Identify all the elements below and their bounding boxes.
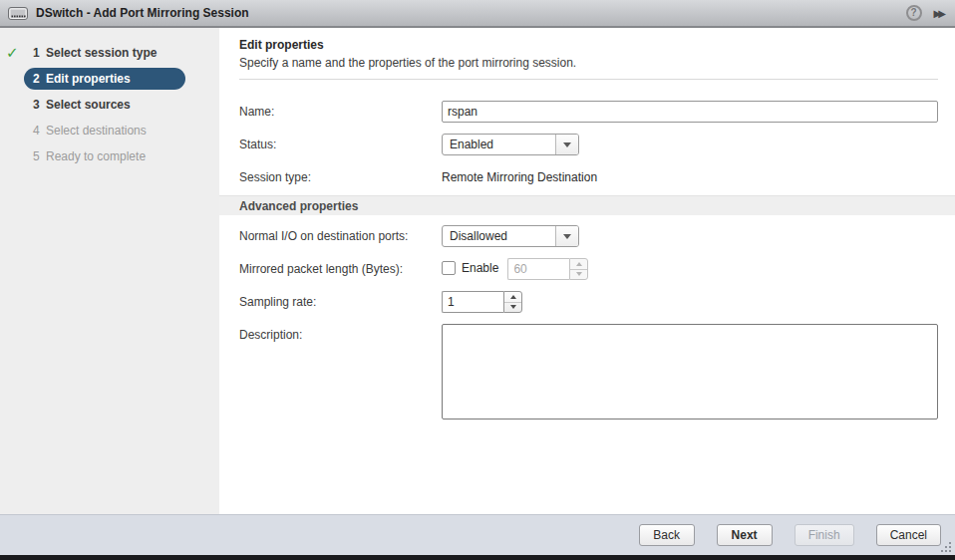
sampling-rate-input[interactable] bbox=[442, 291, 503, 313]
step-select-destinations: 4 Select destinations bbox=[24, 120, 185, 141]
wizard-steps-sidebar: ✓ 1 Select session type 2 Edit propertie… bbox=[0, 28, 219, 514]
normal-io-dropdown-value: Disallowed bbox=[443, 226, 555, 246]
enable-checkbox-label: Enable bbox=[462, 261, 498, 275]
spinner-buttons bbox=[503, 291, 522, 313]
spinner-up-icon bbox=[570, 259, 587, 270]
page-title: Edit properties bbox=[239, 38, 938, 52]
spinner-up-icon[interactable] bbox=[504, 292, 521, 303]
sampling-rate-label: Sampling rate: bbox=[239, 291, 442, 309]
step-label: Select session type bbox=[46, 46, 157, 60]
enable-checkbox[interactable] bbox=[442, 261, 456, 275]
title-bar: DSwitch - Add Port Mirroring Session ? ▶… bbox=[0, 0, 955, 28]
chevron-down-icon[interactable] bbox=[555, 135, 578, 154]
step-label: Ready to complete bbox=[46, 149, 146, 163]
step-label: Edit properties bbox=[46, 72, 131, 86]
spinner-down-icon[interactable] bbox=[504, 303, 521, 313]
header-divider bbox=[239, 79, 938, 80]
advanced-properties-header: Advanced properties bbox=[219, 195, 955, 215]
name-label: Name: bbox=[239, 101, 442, 119]
sampling-rate-spinner bbox=[442, 291, 522, 313]
description-row: Description: bbox=[239, 324, 938, 420]
completed-check-icon: ✓ bbox=[6, 44, 19, 62]
edit-properties-panel: Edit properties Specify a name and the p… bbox=[219, 28, 955, 514]
resize-grip[interactable] bbox=[941, 542, 952, 553]
window-bottom-edge bbox=[0, 555, 955, 560]
dialog-title: DSwitch - Add Port Mirroring Session bbox=[36, 6, 906, 20]
sampling-rate-row: Sampling rate: bbox=[239, 291, 938, 313]
session-type-label: Session type: bbox=[239, 166, 442, 184]
step-select-session-type[interactable]: ✓ 1 Select session type bbox=[24, 42, 185, 64]
status-label: Status: bbox=[239, 134, 442, 151]
normal-io-dropdown[interactable]: Disallowed bbox=[442, 225, 579, 247]
back-button[interactable]: Back bbox=[639, 524, 695, 546]
finish-button: Finish bbox=[795, 524, 854, 546]
session-type-row: Session type: Remote Mirroring Destinati… bbox=[239, 166, 938, 184]
normal-io-label: Normal I/O on destination ports: bbox=[239, 225, 442, 243]
description-label: Description: bbox=[239, 324, 442, 342]
name-row: Name: bbox=[239, 101, 938, 123]
next-button[interactable]: Next bbox=[717, 524, 773, 546]
minimize-to-tasks-icon[interactable]: ▶▶ bbox=[934, 8, 947, 19]
spinner-buttons bbox=[569, 258, 588, 280]
step-select-sources[interactable]: 3 Select sources bbox=[24, 94, 185, 116]
normal-io-row: Normal I/O on destination ports: Disallo… bbox=[239, 225, 938, 247]
step-label: Select destinations bbox=[46, 124, 147, 138]
name-input[interactable] bbox=[442, 101, 938, 123]
status-dropdown-value: Enabled bbox=[443, 135, 555, 154]
dialog-window: DSwitch - Add Port Mirroring Session ? ▶… bbox=[0, 0, 955, 560]
page-subtitle: Specify a name and the properties of the… bbox=[239, 56, 938, 70]
packet-length-spinner bbox=[507, 258, 588, 280]
dswitch-icon bbox=[8, 7, 28, 20]
packet-length-label: Mirrored packet length (Bytes): bbox=[239, 258, 442, 276]
session-type-value: Remote Mirroring Destination bbox=[442, 166, 597, 184]
packet-length-row: Mirrored packet length (Bytes): Enable bbox=[239, 258, 938, 280]
help-icon[interactable]: ? bbox=[906, 5, 922, 21]
step-ready-to-complete: 5 Ready to complete bbox=[24, 145, 185, 167]
cancel-button[interactable]: Cancel bbox=[876, 524, 941, 546]
status-dropdown[interactable]: Enabled bbox=[442, 134, 579, 155]
dialog-footer: Back Next Finish Cancel bbox=[0, 514, 955, 555]
status-row: Status: Enabled bbox=[239, 134, 938, 155]
spinner-down-icon bbox=[570, 270, 587, 280]
packet-length-input bbox=[507, 258, 569, 280]
step-label: Select sources bbox=[46, 98, 131, 112]
description-textarea[interactable] bbox=[442, 324, 938, 420]
step-edit-properties[interactable]: 2 Edit properties bbox=[24, 68, 185, 90]
chevron-down-icon[interactable] bbox=[555, 226, 578, 246]
